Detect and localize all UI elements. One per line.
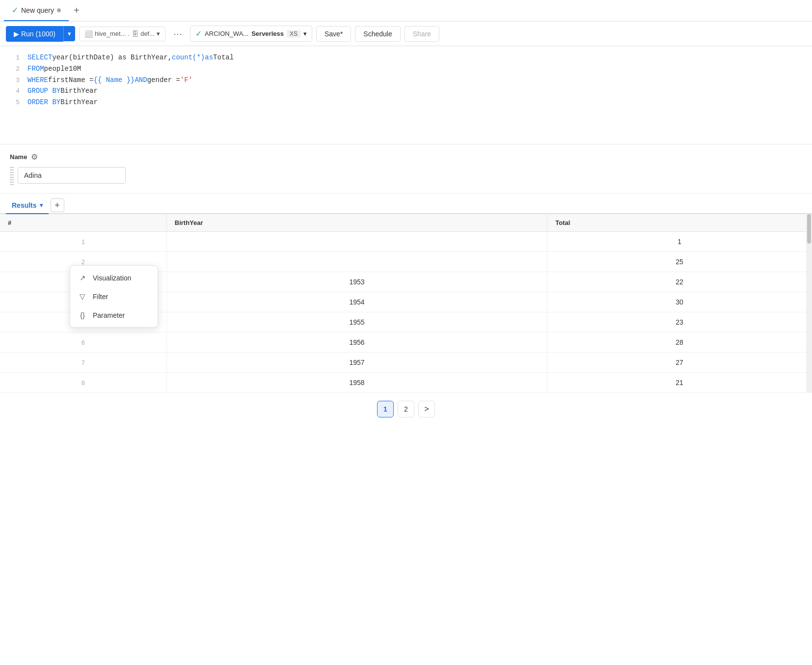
line-number-4: 4 [8, 86, 20, 97]
function: count(*) [172, 52, 205, 63]
cell-birthyear: 1957 [166, 353, 547, 373]
dropdown-item-filter[interactable]: ▽Filter [70, 287, 158, 306]
row-index: 1 [0, 232, 166, 252]
filter-icon: ▽ [78, 292, 87, 301]
keyword: GROUP BY [27, 85, 60, 96]
code-text: BirthYear [60, 97, 98, 108]
cell-total: 25 [547, 252, 812, 272]
save-button[interactable]: Save* [316, 26, 351, 42]
cell-birthyear: 1955 [166, 312, 547, 332]
pagination-bar: 12> [0, 393, 812, 425]
add-tab-button[interactable]: + [51, 198, 64, 212]
cell-birthyear [166, 252, 547, 272]
results-tab-chevron-icon: ▾ [40, 202, 43, 209]
db-label-1: hive_met... [95, 30, 126, 37]
cell-total: 21 [547, 373, 812, 393]
table-row: 6195628 [0, 332, 812, 353]
warehouse-status-icon: ✓ [195, 29, 202, 38]
warehouse-chevron-icon: ▾ [303, 30, 307, 37]
line-number-3: 3 [8, 76, 20, 86]
warehouse-label: ARCION_WA... [205, 30, 248, 37]
param-input-wrap [10, 166, 802, 185]
row-index: 7 [0, 353, 166, 373]
run-dropdown-button[interactable]: ▾ [63, 26, 75, 41]
code-line-4: 4GROUP BY BirthYear [0, 85, 812, 97]
column-header-birthyear: BirthYear [166, 214, 547, 232]
line-number-2: 2 [8, 64, 20, 75]
keyword: WHERE [27, 75, 48, 85]
param-label: Name [10, 153, 27, 161]
code-text: firstName = [48, 75, 93, 85]
param-name-input[interactable] [18, 167, 126, 184]
table-row: 8195821 [0, 373, 812, 393]
dropdown-item-visualization[interactable]: ↗Visualization [70, 269, 158, 287]
function: SELECT [27, 52, 52, 63]
more-options-button[interactable]: ⋯ [169, 27, 186, 41]
code-text: gender = [147, 75, 180, 85]
line-number-1: 1 [8, 53, 20, 63]
warehouse-selector[interactable]: ✓ ARCION_WA... Serverless XS ▾ [190, 26, 312, 42]
param-gear-icon[interactable]: ⚙ [31, 152, 38, 162]
run-button-group: ▶ Run (1000) ▾ [6, 26, 75, 42]
code-line-2: 2FROM people10M [0, 63, 812, 75]
table-row: 11 [0, 232, 812, 252]
code-text: BirthYear [60, 85, 98, 96]
tab-bar: ✓ New query + [0, 0, 812, 22]
table-row: 7195727 [0, 353, 812, 373]
column-header-total: Total [547, 214, 812, 232]
row-index: 8 [0, 373, 166, 393]
db-icon-2: 🗄 [132, 30, 138, 38]
cell-birthyear: 1958 [166, 373, 547, 393]
dropdown-item-label: Parameter [93, 311, 125, 319]
next-page-button[interactable]: > [418, 401, 435, 417]
db-label-2: def... [140, 30, 155, 37]
param-drag-handle[interactable] [10, 166, 14, 185]
dropdown-item-label: Visualization [93, 274, 131, 282]
db-icon-1: ⬜ [84, 30, 93, 38]
cell-total: 30 [547, 292, 812, 312]
cell-total: 22 [547, 272, 812, 292]
row-index: 6 [0, 332, 166, 353]
warehouse-size-badge: XS [287, 30, 300, 38]
tab-new-query[interactable]: ✓ New query [4, 0, 69, 21]
results-tab-label: Results [12, 201, 37, 209]
db-separator: . [128, 30, 130, 37]
cell-total: 1 [547, 232, 812, 252]
cell-total: 28 [547, 332, 812, 353]
visualization-icon: ↗ [78, 274, 87, 282]
share-button: Share [405, 26, 439, 42]
dropdown-item-parameter[interactable]: {}Parameter [70, 306, 158, 324]
run-button[interactable]: ▶ Run (1000) [6, 26, 63, 42]
code-text: people10M [44, 63, 81, 74]
database-selector[interactable]: ⬜ hive_met... . 🗄 def... ▾ [79, 27, 165, 41]
db-chevron-icon: ▾ [157, 30, 160, 37]
parameter-area: Name ⚙ [0, 144, 812, 194]
tab-unsaved-dot [57, 8, 61, 12]
schedule-button[interactable]: Schedule [355, 26, 400, 42]
new-tab-button[interactable]: + [69, 3, 84, 19]
scrollbar-thumb[interactable] [807, 214, 811, 244]
code-text: year(birthDate) as BirthYear, [52, 52, 172, 63]
results-tab[interactable]: Results ▾ [6, 197, 49, 214]
cell-birthyear [166, 232, 547, 252]
code-editor[interactable]: 1SELECT year(birthDate) as BirthYear, co… [0, 46, 812, 144]
keyword: ORDER BY [27, 97, 60, 108]
param-header: Name ⚙ [10, 152, 802, 162]
code-line-1: 1SELECT year(birthDate) as BirthYear, co… [0, 52, 812, 63]
tab-status-icon: ✓ [12, 5, 18, 15]
dropdown-item-label: Filter [93, 293, 108, 301]
code-text: Total [213, 52, 234, 63]
cell-birthyear: 1953 [166, 272, 547, 292]
warehouse-type: Serverless [251, 30, 284, 37]
string-literal: 'F' [180, 75, 192, 85]
vertical-scrollbar[interactable] [806, 214, 812, 393]
page-button-2[interactable]: 2 [398, 401, 414, 417]
keyword: as [205, 52, 213, 63]
cell-birthyear: 1956 [166, 332, 547, 353]
page-button-1[interactable]: 1 [377, 401, 394, 417]
parameter-icon: {} [78, 311, 87, 319]
toolbar: ▶ Run (1000) ▾ ⬜ hive_met... . 🗄 def... … [0, 22, 812, 46]
keyword: FROM [27, 63, 44, 74]
tab-label: New query [21, 6, 54, 14]
cell-total: 27 [547, 353, 812, 373]
